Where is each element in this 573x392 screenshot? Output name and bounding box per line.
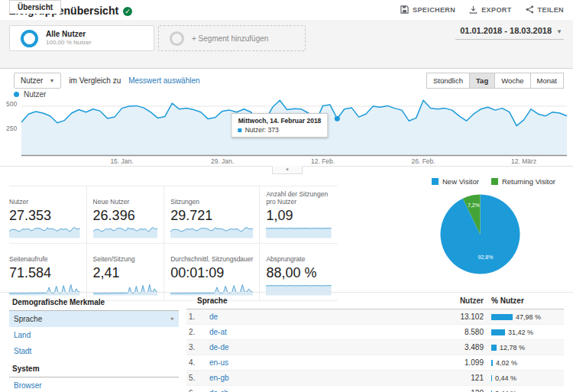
pie-slice-label: 92,8% (478, 254, 494, 260)
scorecard-value: 29.721 (170, 208, 253, 224)
new-visitor-swatch-icon (432, 178, 439, 185)
export-label: EXPORT (481, 6, 511, 14)
row-language: en-us (201, 358, 419, 367)
tab-uebersicht[interactable]: Übersicht (9, 0, 61, 14)
scorecard-value: 71.584 (9, 265, 80, 281)
row-pct: 47,98 % (484, 313, 564, 321)
column-header-sprache[interactable]: Sprache (186, 296, 419, 305)
y-axis-tick-250: 250 (6, 125, 17, 132)
metric-select-dropdown[interactable]: Nutzer ▼ (14, 73, 61, 89)
header-actions: SPEICHERN EXPORT TEILEN (400, 5, 564, 14)
save-label: SPEICHERN (413, 6, 455, 14)
scorecard-value: 1,09 (266, 208, 332, 224)
share-label: TEILEN (538, 6, 564, 14)
sparkline-chart (93, 226, 158, 238)
scorecard-label: Seiten/Sitzung (93, 247, 158, 264)
language-table: SpracheNutzer% Nutzer1.de13.10247,98 %2.… (186, 293, 564, 392)
sidebar-item-sprache[interactable]: Sprache▸ (9, 311, 179, 327)
returning-visitor-swatch-icon (491, 178, 498, 185)
table-header-row: SpracheNutzer% Nutzer (186, 293, 564, 309)
language-link-de-ch[interactable]: de-ch (209, 389, 228, 392)
interval-button-tag[interactable]: Tag (469, 73, 495, 89)
row-rank: 4. (186, 358, 201, 367)
legend-returning-visitor: Returning Visitor (491, 177, 555, 186)
chart-collapse-handle[interactable]: ▼ (272, 166, 303, 174)
sparkline-chart (266, 226, 332, 238)
share-icon (526, 5, 534, 14)
sparkline-chart (9, 226, 80, 238)
row-users: 120 (419, 389, 484, 392)
row-pct: 31,42 % (484, 329, 564, 336)
scorecard-label: Nutzer (9, 190, 80, 206)
row-users: 1.099 (419, 358, 484, 367)
table-row-de-at: 2.de-at8.58031,42 % (186, 325, 564, 340)
date-range-picker[interactable]: 01.01.2018 - 18.03.2018▼ (455, 24, 564, 40)
scorecard-label: Sitzungen (170, 190, 253, 206)
scorecard-anzahl-der-sitzungen-pro-nutzer: Anzahl der Sitzungen pro Nutzer1,09 (260, 186, 338, 244)
legend-new-visitor: New Visitor (432, 177, 479, 186)
segment-all-users[interactable]: Alle Nutzer 100,00 % Nutzer (9, 25, 154, 51)
pct-value: 47,98 % (516, 313, 541, 321)
compare-label: im Vergleich zu (69, 76, 121, 85)
row-rank: 1. (186, 313, 201, 321)
pct-value: 31,42 % (508, 329, 533, 336)
language-link-de-at[interactable]: de-at (209, 328, 227, 336)
column-header-pct-nutzer[interactable]: % Nutzer (484, 296, 564, 305)
visitor-type-pie-chart[interactable]: 92,8%7,2% (439, 193, 521, 278)
language-link-en-us[interactable]: en-us (209, 358, 228, 367)
pct-bar (491, 345, 497, 351)
row-users: 13.102 (419, 313, 484, 321)
chart-tooltip: Mittwoch, 14. Februar 2018 Nutzer: 373 (231, 113, 329, 138)
column-header-nutzer[interactable]: Nutzer (419, 296, 484, 305)
scorecard-sitzungen: Sitzungen29.721 (164, 186, 260, 244)
row-rank: 5. (186, 374, 201, 382)
scorecard-neue-nutzer: Neue Nutzer26.396 (87, 186, 165, 244)
chevron-down-icon: ▼ (556, 28, 562, 35)
export-button[interactable]: EXPORT (469, 5, 511, 14)
segment-strip: Alle Nutzer 100,00 % Nutzer + Segment hi… (0, 20, 573, 55)
save-button[interactable]: SPEICHERN (400, 5, 455, 14)
scorecard-nutzer: Nutzer27.353 (9, 186, 87, 244)
scorecard-value: 27.353 (9, 208, 80, 224)
row-language: de (201, 313, 419, 321)
sidebar-section-demografische-merkmale: Demografische Merkmale (9, 293, 179, 311)
row-language: en-gb (201, 374, 419, 382)
row-users: 121 (419, 374, 484, 382)
row-pct: 0,44 % (484, 374, 564, 382)
scorecard-label: Neue Nutzer (93, 190, 158, 206)
interval-button-monat[interactable]: Monat (530, 73, 564, 89)
sparkline-chart (170, 226, 253, 238)
share-button[interactable]: TEILEN (526, 5, 564, 14)
interval-button-stündlich[interactable]: Stündlich (426, 73, 470, 89)
table-row-de-de: 3.de-de3.48912,78 % (186, 340, 564, 355)
download-icon (469, 5, 478, 14)
scorecard-label: Durchschnittl. Sitzungsdauer (170, 247, 253, 264)
row-pct: 4,02 % (484, 359, 564, 367)
chart-legend: Nutzer (14, 90, 46, 99)
pct-value: 0,44 % (495, 374, 516, 382)
language-link-de[interactable]: de (209, 313, 218, 321)
scorecard-grid: Nutzer27.353Neue Nutzer26.396Sitzungen29… (9, 186, 338, 301)
tab-bar (0, 55, 573, 69)
row-rank: 3. (186, 343, 201, 352)
interval-buttons: StündlichTagWocheMonat (427, 73, 564, 89)
interval-button-woche[interactable]: Woche (494, 73, 530, 89)
scorecard-label: Absprungrate (266, 247, 332, 264)
users-over-time-chart: 500 250 15. Jan.29. Jan.12. Feb.26. Feb.… (0, 99, 573, 176)
pct-bar (491, 375, 492, 381)
sidebar-item-stadt[interactable]: Stadt (9, 343, 179, 359)
series-dot-icon (14, 92, 19, 97)
select-metric-link[interactable]: Messwert auswählen (128, 76, 199, 85)
y-axis-tick-500: 500 (6, 100, 17, 108)
new-visitor-label: New Visitor (442, 177, 479, 186)
pct-value: 4,02 % (496, 359, 517, 367)
add-segment-button[interactable]: + Segment hinzufügen (158, 25, 306, 51)
scorecard-value: 2,41 (93, 265, 158, 281)
analytics-audience-overview: { "header": { "title": "Zielgruppenübers… (0, 0, 573, 392)
segment-ring-gray-icon (170, 31, 184, 46)
language-link-de-de[interactable]: de-de (209, 343, 229, 352)
sidebar-item-browser[interactable]: Browser (9, 377, 179, 392)
sidebar-item-land[interactable]: Land (9, 327, 179, 343)
language-link-en-gb[interactable]: en-gb (209, 374, 229, 382)
x-axis-tick: 12. März (511, 157, 536, 165)
